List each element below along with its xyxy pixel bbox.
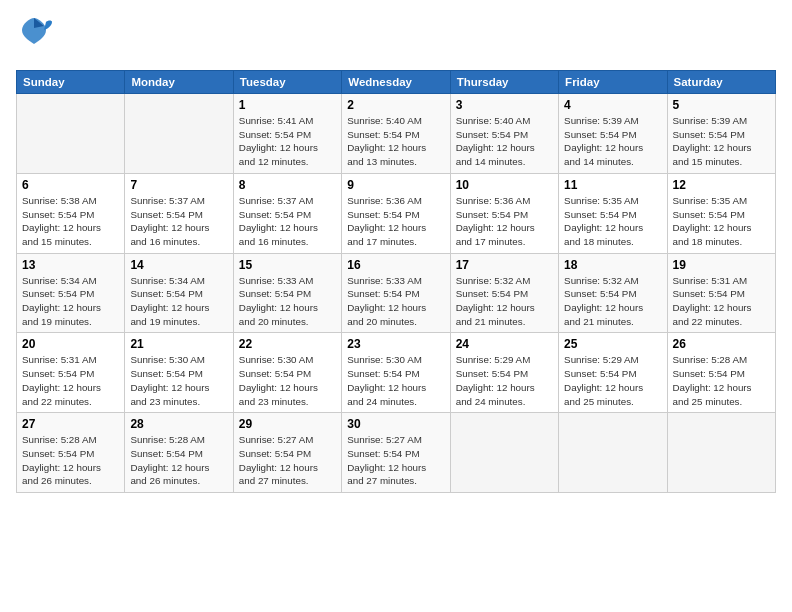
weekday-header-row: SundayMondayTuesdayWednesdayThursdayFrid… <box>17 71 776 94</box>
calendar-cell: 13Sunrise: 5:34 AMSunset: 5:54 PMDayligh… <box>17 253 125 333</box>
day-info: Sunrise: 5:36 AMSunset: 5:54 PMDaylight:… <box>456 194 553 249</box>
day-info: Sunrise: 5:32 AMSunset: 5:54 PMDaylight:… <box>456 274 553 329</box>
calendar-cell: 19Sunrise: 5:31 AMSunset: 5:54 PMDayligh… <box>667 253 775 333</box>
calendar-cell: 17Sunrise: 5:32 AMSunset: 5:54 PMDayligh… <box>450 253 558 333</box>
calendar-cell: 26Sunrise: 5:28 AMSunset: 5:54 PMDayligh… <box>667 333 775 413</box>
day-number: 23 <box>347 337 444 351</box>
day-info: Sunrise: 5:30 AMSunset: 5:54 PMDaylight:… <box>347 353 444 408</box>
calendar-cell: 3Sunrise: 5:40 AMSunset: 5:54 PMDaylight… <box>450 94 558 174</box>
day-info: Sunrise: 5:38 AMSunset: 5:54 PMDaylight:… <box>22 194 119 249</box>
calendar-body: 1Sunrise: 5:41 AMSunset: 5:54 PMDaylight… <box>17 94 776 493</box>
calendar-cell <box>17 94 125 174</box>
day-number: 6 <box>22 178 119 192</box>
calendar-cell: 6Sunrise: 5:38 AMSunset: 5:54 PMDaylight… <box>17 173 125 253</box>
weekday-header-thursday: Thursday <box>450 71 558 94</box>
calendar-cell: 29Sunrise: 5:27 AMSunset: 5:54 PMDayligh… <box>233 413 341 493</box>
weekday-header-saturday: Saturday <box>667 71 775 94</box>
day-number: 24 <box>456 337 553 351</box>
day-info: Sunrise: 5:27 AMSunset: 5:54 PMDaylight:… <box>347 433 444 488</box>
day-number: 5 <box>673 98 770 112</box>
day-info: Sunrise: 5:29 AMSunset: 5:54 PMDaylight:… <box>456 353 553 408</box>
day-number: 13 <box>22 258 119 272</box>
calendar-table: SundayMondayTuesdayWednesdayThursdayFrid… <box>16 70 776 493</box>
logo <box>16 16 56 60</box>
calendar-cell <box>667 413 775 493</box>
calendar-week-1: 1Sunrise: 5:41 AMSunset: 5:54 PMDaylight… <box>17 94 776 174</box>
header <box>16 16 776 60</box>
calendar-cell: 27Sunrise: 5:28 AMSunset: 5:54 PMDayligh… <box>17 413 125 493</box>
day-number: 7 <box>130 178 227 192</box>
calendar-cell <box>125 94 233 174</box>
day-number: 3 <box>456 98 553 112</box>
weekday-header-tuesday: Tuesday <box>233 71 341 94</box>
weekday-header-sunday: Sunday <box>17 71 125 94</box>
calendar-cell: 5Sunrise: 5:39 AMSunset: 5:54 PMDaylight… <box>667 94 775 174</box>
calendar-cell: 16Sunrise: 5:33 AMSunset: 5:54 PMDayligh… <box>342 253 450 333</box>
day-info: Sunrise: 5:27 AMSunset: 5:54 PMDaylight:… <box>239 433 336 488</box>
day-number: 21 <box>130 337 227 351</box>
page: SundayMondayTuesdayWednesdayThursdayFrid… <box>0 0 792 612</box>
day-number: 16 <box>347 258 444 272</box>
day-number: 4 <box>564 98 661 112</box>
day-number: 29 <box>239 417 336 431</box>
day-info: Sunrise: 5:33 AMSunset: 5:54 PMDaylight:… <box>239 274 336 329</box>
day-number: 9 <box>347 178 444 192</box>
weekday-header-friday: Friday <box>559 71 667 94</box>
day-number: 15 <box>239 258 336 272</box>
calendar-cell: 11Sunrise: 5:35 AMSunset: 5:54 PMDayligh… <box>559 173 667 253</box>
day-info: Sunrise: 5:37 AMSunset: 5:54 PMDaylight:… <box>239 194 336 249</box>
calendar-cell: 14Sunrise: 5:34 AMSunset: 5:54 PMDayligh… <box>125 253 233 333</box>
day-info: Sunrise: 5:31 AMSunset: 5:54 PMDaylight:… <box>673 274 770 329</box>
calendar-cell: 1Sunrise: 5:41 AMSunset: 5:54 PMDaylight… <box>233 94 341 174</box>
day-number: 30 <box>347 417 444 431</box>
calendar-week-2: 6Sunrise: 5:38 AMSunset: 5:54 PMDaylight… <box>17 173 776 253</box>
day-info: Sunrise: 5:40 AMSunset: 5:54 PMDaylight:… <box>347 114 444 169</box>
day-number: 12 <box>673 178 770 192</box>
day-number: 14 <box>130 258 227 272</box>
day-info: Sunrise: 5:36 AMSunset: 5:54 PMDaylight:… <box>347 194 444 249</box>
day-info: Sunrise: 5:33 AMSunset: 5:54 PMDaylight:… <box>347 274 444 329</box>
day-info: Sunrise: 5:34 AMSunset: 5:54 PMDaylight:… <box>130 274 227 329</box>
day-number: 26 <box>673 337 770 351</box>
day-info: Sunrise: 5:28 AMSunset: 5:54 PMDaylight:… <box>130 433 227 488</box>
calendar-cell: 23Sunrise: 5:30 AMSunset: 5:54 PMDayligh… <box>342 333 450 413</box>
calendar-week-4: 20Sunrise: 5:31 AMSunset: 5:54 PMDayligh… <box>17 333 776 413</box>
day-info: Sunrise: 5:32 AMSunset: 5:54 PMDaylight:… <box>564 274 661 329</box>
calendar-cell: 20Sunrise: 5:31 AMSunset: 5:54 PMDayligh… <box>17 333 125 413</box>
day-number: 2 <box>347 98 444 112</box>
day-number: 28 <box>130 417 227 431</box>
day-number: 10 <box>456 178 553 192</box>
calendar-cell: 28Sunrise: 5:28 AMSunset: 5:54 PMDayligh… <box>125 413 233 493</box>
calendar-cell: 8Sunrise: 5:37 AMSunset: 5:54 PMDaylight… <box>233 173 341 253</box>
day-info: Sunrise: 5:40 AMSunset: 5:54 PMDaylight:… <box>456 114 553 169</box>
day-number: 25 <box>564 337 661 351</box>
day-number: 8 <box>239 178 336 192</box>
day-info: Sunrise: 5:39 AMSunset: 5:54 PMDaylight:… <box>564 114 661 169</box>
day-info: Sunrise: 5:35 AMSunset: 5:54 PMDaylight:… <box>673 194 770 249</box>
calendar-cell <box>450 413 558 493</box>
day-info: Sunrise: 5:35 AMSunset: 5:54 PMDaylight:… <box>564 194 661 249</box>
calendar-cell: 2Sunrise: 5:40 AMSunset: 5:54 PMDaylight… <box>342 94 450 174</box>
calendar-cell: 22Sunrise: 5:30 AMSunset: 5:54 PMDayligh… <box>233 333 341 413</box>
calendar-cell: 9Sunrise: 5:36 AMSunset: 5:54 PMDaylight… <box>342 173 450 253</box>
day-info: Sunrise: 5:28 AMSunset: 5:54 PMDaylight:… <box>22 433 119 488</box>
day-info: Sunrise: 5:31 AMSunset: 5:54 PMDaylight:… <box>22 353 119 408</box>
day-number: 27 <box>22 417 119 431</box>
calendar-cell: 12Sunrise: 5:35 AMSunset: 5:54 PMDayligh… <box>667 173 775 253</box>
day-info: Sunrise: 5:37 AMSunset: 5:54 PMDaylight:… <box>130 194 227 249</box>
calendar-cell: 15Sunrise: 5:33 AMSunset: 5:54 PMDayligh… <box>233 253 341 333</box>
calendar-cell: 18Sunrise: 5:32 AMSunset: 5:54 PMDayligh… <box>559 253 667 333</box>
calendar-cell: 21Sunrise: 5:30 AMSunset: 5:54 PMDayligh… <box>125 333 233 413</box>
calendar-cell <box>559 413 667 493</box>
day-number: 17 <box>456 258 553 272</box>
day-number: 20 <box>22 337 119 351</box>
day-number: 22 <box>239 337 336 351</box>
weekday-header-wednesday: Wednesday <box>342 71 450 94</box>
calendar-header: SundayMondayTuesdayWednesdayThursdayFrid… <box>17 71 776 94</box>
weekday-header-monday: Monday <box>125 71 233 94</box>
calendar-week-5: 27Sunrise: 5:28 AMSunset: 5:54 PMDayligh… <box>17 413 776 493</box>
day-number: 11 <box>564 178 661 192</box>
day-number: 18 <box>564 258 661 272</box>
calendar-cell: 7Sunrise: 5:37 AMSunset: 5:54 PMDaylight… <box>125 173 233 253</box>
calendar-cell: 4Sunrise: 5:39 AMSunset: 5:54 PMDaylight… <box>559 94 667 174</box>
